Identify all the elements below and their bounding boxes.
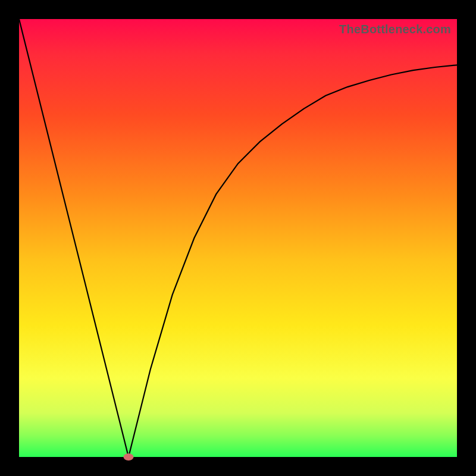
bottleneck-curve <box>19 19 457 457</box>
vertex-marker <box>124 453 134 461</box>
watermark-text: TheBottleneck.com <box>339 23 451 36</box>
chart-frame: TheBottleneck.com <box>0 0 476 476</box>
plot-area: TheBottleneck.com <box>19 19 457 457</box>
curve-path <box>19 19 457 457</box>
